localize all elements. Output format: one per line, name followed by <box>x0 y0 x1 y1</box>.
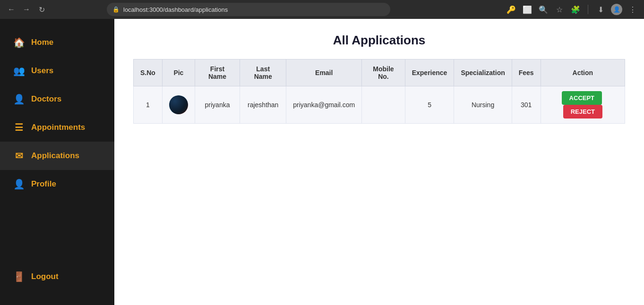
sidebar-item-profile[interactable]: 👤 Profile <box>0 170 114 198</box>
reload-button[interactable]: ↻ <box>36 4 47 15</box>
table-header: S.No Pic First Name Last Name Email Mobi… <box>134 59 625 86</box>
col-pic: Pic <box>162 59 195 86</box>
cell-action: ACCEPT REJECT <box>541 86 625 124</box>
col-action: Action <box>541 59 625 86</box>
cell-last-name: rajeshthan <box>240 86 286 124</box>
col-last-name: Last Name <box>240 59 286 86</box>
col-experience: Experience <box>405 59 454 86</box>
sidebar-item-home[interactable]: 🏠 Home <box>0 28 114 57</box>
cell-specialization: Nursing <box>454 86 512 124</box>
star-icon[interactable]: ☆ <box>554 4 565 15</box>
browser-actions: 🔑 ⬜ 🔍 ☆ 🧩 ⬇ 👤 ⋮ <box>506 4 638 15</box>
menu-icon[interactable]: ⋮ <box>627 4 638 15</box>
sidebar-label-appointments: Appointments <box>31 123 85 132</box>
doctor-avatar-inner <box>169 95 188 114</box>
profile-icon: 👤 <box>13 178 25 190</box>
extensions-icon[interactable]: 🧩 <box>570 4 581 15</box>
cell-email: priyanka@gmail.com <box>286 86 362 124</box>
doctor-avatar <box>169 95 188 114</box>
sidebar-label-users: Users <box>31 66 53 76</box>
applications-icon: ✉ <box>13 150 25 161</box>
home-icon: 🏠 <box>13 37 25 48</box>
appointments-icon: ☰ <box>13 122 25 133</box>
sidebar-nav: 🏠 Home 👥 Users 👤 Doctors ☰ Appointments … <box>0 28 114 253</box>
logout-icon: 🚪 <box>13 271 25 282</box>
cell-pic <box>162 86 195 124</box>
browser-chrome: ← → ↻ 🔒 localhost:3000/dashboard/applica… <box>0 0 644 19</box>
user-avatar[interactable]: 👤 <box>611 4 622 15</box>
cell-mobile <box>362 86 405 124</box>
key-icon[interactable]: 🔑 <box>506 4 517 15</box>
table-row: 1 priyanka rajeshthan priyanka@gmail.com… <box>134 86 625 124</box>
sidebar-item-doctors[interactable]: 👤 Doctors <box>0 85 114 113</box>
users-icon: 👥 <box>13 65 25 76</box>
lock-icon: 🔒 <box>112 6 120 13</box>
cell-experience: 5 <box>405 86 454 124</box>
sidebar-item-applications[interactable]: ✉ Applications <box>0 142 114 170</box>
url-text: localhost:3000/dashboard/applications <box>123 6 228 13</box>
cell-fees: 301 <box>512 86 541 124</box>
col-first-name: First Name <box>195 59 240 86</box>
sidebar: 🏠 Home 👥 Users 👤 Doctors ☰ Appointments … <box>0 19 114 305</box>
sidebar-label-applications: Applications <box>31 151 79 161</box>
zoom-icon[interactable]: 🔍 <box>538 4 549 15</box>
sidebar-label-logout: Logout <box>31 272 59 281</box>
back-button[interactable]: ← <box>6 4 17 15</box>
forward-button[interactable]: → <box>21 4 32 15</box>
sidebar-bottom: 🚪 Logout <box>0 253 114 305</box>
sidebar-item-users[interactable]: 👥 Users <box>0 57 114 85</box>
app-container: 🏠 Home 👥 Users 👤 Doctors ☰ Appointments … <box>0 19 644 305</box>
cell-first-name: priyanka <box>195 86 240 124</box>
col-sno: S.No <box>134 59 163 86</box>
col-specialization: Specialization <box>454 59 512 86</box>
sidebar-label-doctors: Doctors <box>31 94 61 104</box>
table-body: 1 priyanka rajeshthan priyanka@gmail.com… <box>134 86 625 124</box>
sidebar-label-profile: Profile <box>31 179 56 189</box>
screenshot-icon[interactable]: ⬜ <box>522 4 533 15</box>
reject-button[interactable]: REJECT <box>563 105 602 119</box>
table-header-row: S.No Pic First Name Last Name Email Mobi… <box>134 59 625 86</box>
accept-button[interactable]: ACCEPT <box>562 91 602 105</box>
doctors-icon: 👤 <box>13 93 25 105</box>
cell-sno: 1 <box>134 86 163 124</box>
download-icon[interactable]: ⬇ <box>595 4 606 15</box>
sidebar-item-logout[interactable]: 🚪 Logout <box>0 263 114 291</box>
main-content: All Applications S.No Pic First Name Las… <box>114 19 644 305</box>
sidebar-label-home: Home <box>31 38 53 47</box>
col-fees: Fees <box>512 59 541 86</box>
sidebar-item-appointments[interactable]: ☰ Appointments <box>0 113 114 142</box>
page-title: All Applications <box>133 33 625 48</box>
address-bar[interactable]: 🔒 localhost:3000/dashboard/applications <box>107 3 390 16</box>
separator <box>588 5 588 14</box>
col-email: Email <box>286 59 362 86</box>
applications-table: S.No Pic First Name Last Name Email Mobi… <box>133 59 625 124</box>
col-mobile: Mobile No. <box>362 59 405 86</box>
